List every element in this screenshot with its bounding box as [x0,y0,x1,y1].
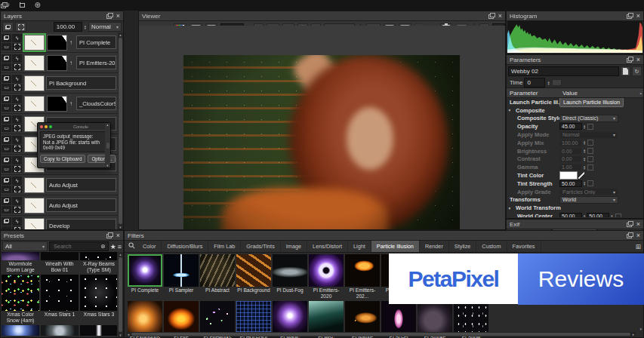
parameter-row[interactable]: Launch Particle Ill...Launch Particle Il… [507,98,643,106]
lightning-icon[interactable]: ϟ [12,34,22,42]
preset-item[interactable]: Xmas Stars 3 [80,275,117,324]
close-icon[interactable]: × [498,13,502,19]
filter-tab-lens-distort[interactable]: Lens/Distort [307,241,348,252]
time-stepper[interactable]: ▴▾ [547,81,549,85]
mask-icon[interactable] [12,165,22,174]
monitor-icon[interactable]: ▭ [2,165,11,174]
layer-label[interactable]: PI Background [46,76,116,90]
layer-row[interactable]: ϟ▭Develop [1,216,118,229]
parameter-option-box[interactable] [587,156,593,162]
preset-item[interactable]: Xmas Stars 1 [41,275,79,324]
preset-thumbnail[interactable] [80,252,117,260]
filter-tab-image[interactable]: Image [281,241,307,252]
layer-mask-thumbnail[interactable] [47,35,67,51]
close-icon[interactable]: × [636,221,640,227]
parameter-row[interactable]: Opacity45.00▴▾ [507,122,643,131]
filter-thumbnail[interactable] [236,254,271,287]
save-preset-icon[interactable] [621,66,630,76]
mask-icon[interactable] [12,186,22,194]
preset-category-select[interactable]: All ▾ [2,241,48,251]
parameter-select[interactable]: Normal▾ [559,131,618,139]
filter-thumbnail[interactable] [381,301,416,333]
parameter-option-box[interactable] [587,124,593,130]
viewer-canvas[interactable] [139,26,505,229]
preset-thumbnail[interactable] [2,325,39,336]
mask-icon[interactable] [12,104,22,112]
layer-label[interactable]: Develop [46,219,116,229]
monitor-icon[interactable]: ▭ [2,145,11,153]
duplicate-icon[interactable] [2,136,11,144]
lightning-icon[interactable]: ϟ [12,156,22,164]
duplicate-icon[interactable] [2,217,11,226]
lightning-icon[interactable]: ϟ [12,136,22,144]
duplicate-icon[interactable] [2,115,11,124]
preset-item[interactable] [2,325,39,336]
scroll-up-icon[interactable]: ▴ [639,91,642,95]
search-icon[interactable] [128,242,135,250]
parameter-number-field[interactable]: 45.00 [559,123,582,130]
layer-thumbnail[interactable] [24,75,45,91]
transform-layer-button[interactable] [15,22,26,32]
duplicate-icon[interactable] [2,156,11,164]
monitor-icon[interactable]: ▭ [2,63,11,72]
mask-icon[interactable] [12,84,22,92]
stepper-down-icon[interactable]: ▾ [584,167,585,170]
preset-thumbnail[interactable] [41,275,79,311]
stepper-down-icon[interactable]: ▾ [584,183,585,186]
scroll-down-icon[interactable]: ▾ [639,327,642,331]
lightning-icon[interactable]: ϟ [12,115,22,124]
filter-thumbnail[interactable] [273,254,307,287]
preset-thumbnail[interactable] [80,325,117,336]
parameter-option-box[interactable] [615,214,621,217]
layer-thumbnail[interactable] [24,218,45,230]
export-icon[interactable]: ⊕ [34,2,40,9]
options-button[interactable]: Options... [88,155,116,163]
blend-mode-select[interactable]: Normal ▾ [88,22,122,32]
list-view-icon[interactable]: ≡ [118,243,122,250]
monitor-icon[interactable]: ▭ [2,226,11,230]
lightning-icon[interactable]: ϟ [12,75,22,83]
layer-opacity-field[interactable]: 100.00 [54,22,82,32]
layer-label[interactable]: Auto Adjust [46,198,116,212]
preset-thumbnail[interactable] [80,275,117,311]
duplicate-icon[interactable] [2,177,11,185]
value-stepper[interactable]: ▴▾ [584,149,585,153]
monitor-icon[interactable]: ▭ [2,43,11,51]
console-scrollbar[interactable]: ▴▾ [105,123,110,167]
layer-label[interactable]: _CloudsColorSmooth [76,97,116,110]
layer-label[interactable]: PI Emitters-2021.5 [76,56,116,69]
eyedropper-icon[interactable] [578,172,584,179]
filter-thumbnail[interactable] [418,301,452,333]
close-icon[interactable]: × [116,13,120,19]
parameter-row[interactable]: Gamma1.00▴▾ [507,163,643,171]
filter-item[interactable]: PI Emitters-202... [345,254,380,299]
copy-to-clipboard-button[interactable]: Copy to Clipboard [40,155,85,163]
filter-thumbnail[interactable] [309,301,344,333]
parameter-select[interactable]: World▾ [559,196,618,204]
parameter-row[interactable]: Tint Strength50.00▴▾ [507,180,643,188]
parameter-number-field[interactable]: 1.00 [559,164,582,171]
parameter-select[interactable]: Direct (Classic)▾ [559,115,618,122]
chevron-expanded-icon[interactable]: ▾ [507,206,513,210]
layer-row[interactable]: ϟ▭PI Background [1,73,118,94]
filter-thumbnail[interactable] [164,301,199,333]
duplicate-icon[interactable] [2,54,11,63]
launch-particle-illusion-button[interactable]: Launch Particle Illusion [559,98,624,107]
float-panel-icon[interactable] [106,13,113,19]
float-panel-icon[interactable] [488,13,495,19]
parameter-option-box[interactable] [587,164,593,171]
close-icon[interactable]: × [116,232,120,238]
parameter-row[interactable]: Composite StyleDirect (Classic)▾ [507,115,643,123]
filter-tab-diffusion-blurs[interactable]: Diffusion/Blurs [162,241,208,252]
close-icon[interactable]: × [636,57,640,63]
stepper-down-icon[interactable]: ▾ [584,143,585,145]
filter-tab-stylize[interactable]: Stylize [449,241,477,252]
parameter-row[interactable]: Brightness0.00▴▾ [507,147,643,155]
layer-mask-thumbnail[interactable] [47,96,67,112]
filter-thumbnail[interactable] [128,301,162,333]
filter-thumbnail[interactable] [200,254,235,287]
duplicate-icon[interactable] [2,75,11,83]
filter-thumbnail[interactable] [454,301,488,333]
filter-tab-grads-tints[interactable]: Grads/Tints [241,241,280,252]
stepper-down-icon[interactable]: ▾ [584,151,585,153]
